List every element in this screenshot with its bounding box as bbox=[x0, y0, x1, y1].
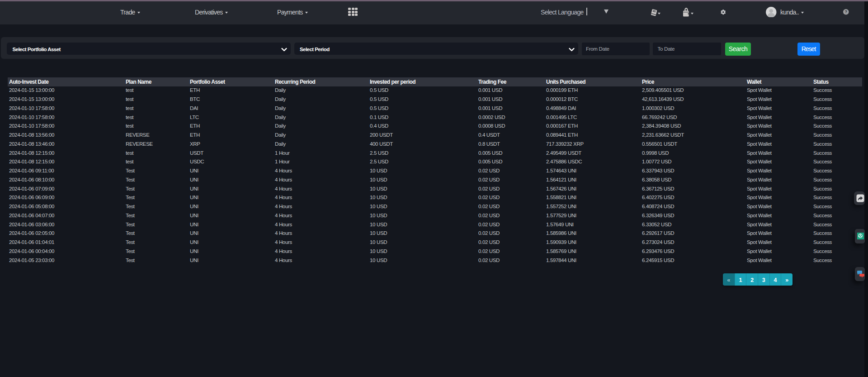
svg-text:?: ? bbox=[845, 10, 847, 14]
